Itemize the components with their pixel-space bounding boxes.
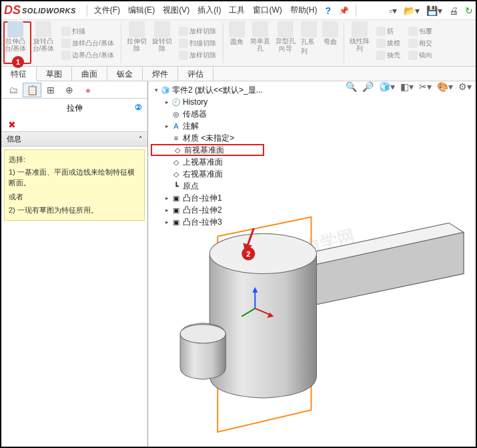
sensors-icon: ◎ (171, 109, 181, 119)
fillet-icon (229, 21, 245, 37)
ribbon-fillet[interactable]: 圆角 (226, 20, 248, 66)
tree-right-plane[interactable]: ◇右视基准面 (151, 168, 264, 180)
origin-icon: ┗ (171, 181, 181, 191)
tab-sheetmetal[interactable]: 钣金 (107, 67, 143, 81)
ribbon-intersect[interactable]: 相交 (406, 38, 435, 49)
extrude-feature-icon: ▣ (171, 193, 181, 203)
shell-icon (376, 51, 386, 60)
left-tab-config[interactable]: ⊞ (41, 83, 60, 97)
loft-icon (61, 39, 71, 48)
loft-cut-icon (179, 27, 188, 36)
ribbon-mirror[interactable]: 镜向 (406, 50, 435, 61)
tree-sensors[interactable]: ◎传感器 (151, 108, 264, 120)
left-tab-appearance[interactable]: ● (79, 83, 97, 97)
ribbon-boundary[interactable]: 边界凸台/基体 (59, 50, 117, 61)
open-doc-icon[interactable]: 📂▾ (404, 5, 420, 16)
left-tab-property[interactable]: 📋 (23, 83, 41, 97)
rebuild-icon[interactable]: ↻ (465, 5, 473, 16)
intersect-icon (408, 39, 418, 48)
hint-2: 2) 一现有草图为特征所用。 (9, 205, 140, 216)
ribbon-draft[interactable]: 拔模 (374, 38, 403, 49)
tab-evaluate[interactable]: 评估 (178, 67, 213, 81)
select-header: 选择: (9, 154, 140, 165)
ribbon-simple-hole[interactable]: 简单直孔 (248, 20, 273, 66)
pin-icon[interactable]: 📌 (335, 6, 353, 15)
ribbon-curve-driven[interactable]: 弯曲 (320, 20, 341, 66)
tab-surface[interactable]: 曲面 (72, 67, 107, 81)
hint-or: 或者 (9, 191, 140, 203)
ribbon-wrap[interactable]: 包覆 (406, 26, 435, 37)
tab-feature[interactable]: 特征 (1, 67, 37, 81)
menu-file[interactable]: 文件(F) (90, 5, 124, 16)
panel-help-icon[interactable]: ② (135, 103, 142, 112)
menu-help[interactable]: 帮助(H) (286, 5, 322, 16)
curve-icon (322, 21, 338, 37)
tree-history[interactable]: ▸🕘History (151, 96, 264, 108)
model-block (299, 223, 463, 304)
hint-1: 1) 一基准面、平面或边线来绘制特征横断面。 (9, 167, 140, 189)
sweep-cut-icon (179, 39, 188, 48)
left-tab-feature-tree[interactable]: 🗂 (4, 83, 23, 97)
menu-view[interactable]: 视图(V) (159, 5, 193, 16)
callout-badge-1: 1 (12, 56, 24, 68)
draft-icon (376, 39, 386, 48)
ribbon-loft[interactable]: 放样凸台/基体 (59, 38, 117, 49)
tree-extrude1[interactable]: ▸▣凸台-拉伸1 (151, 192, 264, 204)
logo-icon: DS (4, 3, 21, 17)
linear-pattern-icon (352, 21, 368, 37)
menu-tools[interactable]: 工具 (225, 5, 249, 16)
extrude-feature-icon: ▣ (171, 217, 181, 227)
ribbon-linear-pattern[interactable]: 线性阵列 (347, 20, 372, 66)
tree-front-plane[interactable]: ◇前视基准面 (151, 144, 264, 156)
ribbon-extrude-cut[interactable]: 拉伸切除 (124, 20, 149, 66)
sweep-icon (61, 27, 71, 36)
mirror-icon (408, 51, 418, 60)
tree-extrude2[interactable]: ▸▣凸台-拉伸2 (151, 204, 264, 216)
tab-sketch[interactable]: 草图 (37, 67, 72, 81)
print-icon[interactable]: 🖨 (449, 5, 458, 16)
ribbon-revolve-boss[interactable]: 旋转凸台/基体 (29, 20, 57, 66)
tree-extrude3[interactable]: ▸▣凸台-拉伸3 (151, 216, 264, 228)
help-icon[interactable]: ? (321, 5, 335, 16)
hole-wizard-icon (278, 21, 294, 37)
new-doc-icon[interactable]: ▫▾ (389, 5, 397, 16)
ribbon-rib[interactable]: 筋 (374, 26, 403, 37)
svg-point-4 (180, 325, 225, 343)
svg-point-3 (209, 233, 316, 273)
section-info[interactable]: 信息 ˄ (1, 131, 147, 147)
svg-text:2: 2 (246, 250, 250, 258)
rib-icon (376, 27, 386, 36)
boundary-cut-icon (179, 51, 188, 60)
menu-edit[interactable]: 编辑(E) (124, 5, 159, 16)
save-icon[interactable]: 💾▾ (426, 5, 442, 16)
ribbon-shell[interactable]: 抽壳 (374, 50, 403, 61)
plane-icon: ◇ (171, 169, 181, 179)
menu-window[interactable]: 窗口(W) (249, 5, 286, 16)
extrude-boss-icon (7, 21, 23, 37)
ribbon-boundary-cut[interactable]: 放样切除 (176, 50, 219, 61)
ribbon-hole-wizard[interactable]: 异型孔向导 (273, 20, 298, 66)
panel-title: 拉伸 (67, 103, 83, 113)
command-tabs: 特征 草图 曲面 钣金 焊件 评估 (1, 67, 476, 81)
ribbon-hole-series[interactable]: 孔系列 (298, 20, 320, 66)
tree-material[interactable]: ≡材质 <未指定> (151, 132, 264, 144)
graphics-area[interactable]: 软件自学网 ▾🧊零件2 (默认<<默认>_显... ▸🕘History ◎传感器… (148, 81, 476, 447)
revolve-boss-icon (35, 21, 51, 37)
tree-root[interactable]: ▾🧊零件2 (默认<<默认>_显... (151, 84, 264, 96)
tree-annotations[interactable]: ▸A注解 (151, 120, 264, 132)
tree-origin[interactable]: ┗原点 (151, 180, 264, 192)
part-icon: 🧊 (160, 85, 171, 95)
ribbon-sweep-cut[interactable]: 扫描切除 (176, 38, 219, 49)
chevron-up-icon: ˄ (139, 135, 142, 143)
app-logo: DS SOLIDWORKS (4, 3, 76, 17)
ribbon-revolve-cut[interactable]: 旋转切除 (149, 20, 175, 66)
tab-weldment[interactable]: 焊件 (143, 67, 178, 81)
ribbon-sweep[interactable]: 扫描 (59, 26, 117, 37)
tree-top-plane[interactable]: ◇上视基准面 (151, 156, 264, 168)
info-hint-box: 选择: 1) 一基准面、平面或边线来绘制特征横断面。 或者 2) 一现有草图为特… (4, 149, 145, 221)
menu-insert[interactable]: 插入(I) (193, 5, 225, 16)
panel-close-button[interactable]: ✖ (1, 118, 147, 131)
ribbon-loft-cut[interactable]: 放样切除 (176, 26, 219, 37)
left-tab-dimxpert[interactable]: ⊕ (60, 83, 79, 97)
plane-icon: ◇ (172, 145, 183, 155)
